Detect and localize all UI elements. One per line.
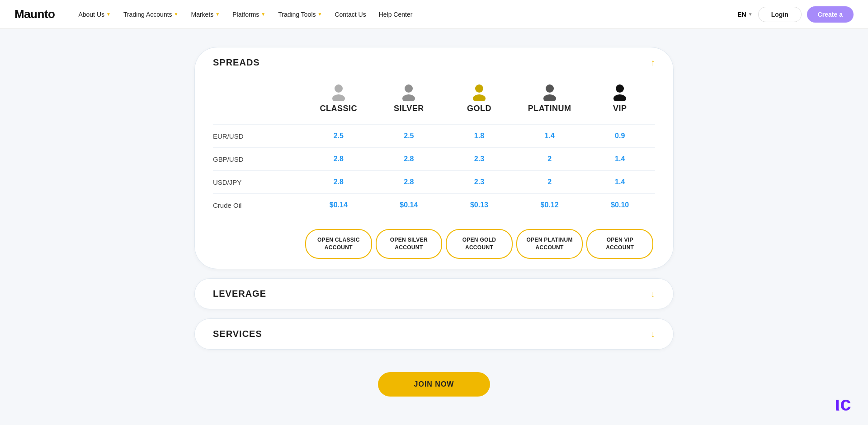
usdjpy-platinum: 2 — [514, 178, 585, 186]
open-vip-account-button[interactable]: OPEN VIPACCOUNT — [586, 229, 653, 259]
chevron-down-icon: ▼ — [261, 12, 265, 17]
open-account-buttons-row: OPEN CLASSICACCOUNT OPEN SILVERACCOUNT O… — [213, 229, 655, 259]
gbpusd-classic: 2.8 — [303, 155, 374, 163]
account-type-classic: CLASSIC — [303, 81, 374, 113]
pair-eurusd: EUR/USD — [213, 132, 303, 140]
eurusd-classic: 2.5 — [303, 132, 374, 140]
leverage-section: LEVERAGE ↓ — [194, 278, 674, 309]
gold-label: GOLD — [467, 104, 491, 113]
chevron-down-icon: ▼ — [318, 12, 322, 17]
svg-point-0 — [335, 84, 343, 93]
pair-gbpusd: GBP/USD — [213, 155, 303, 163]
services-toggle-icon[interactable]: ↓ — [651, 329, 655, 339]
usdjpy-classic: 2.8 — [303, 178, 374, 186]
crudeoil-silver: $0.14 — [374, 201, 444, 209]
open-platinum-account-button[interactable]: OPEN PLATINUMACCOUNT — [516, 229, 583, 259]
pair-crudeoil: Crude Oil — [213, 201, 303, 209]
create-account-button[interactable]: Create a — [807, 6, 854, 23]
nav-platforms[interactable]: Platforms ▼ — [227, 7, 271, 22]
join-section: JOIN NOW — [194, 372, 674, 397]
main-content: SPREADS ↑ CLASSIC — [185, 29, 683, 424]
open-gold-account-button[interactable]: OPEN GOLDACCOUNT — [446, 229, 513, 259]
account-type-silver: SILVER — [374, 81, 444, 113]
eurusd-vip: 0.9 — [585, 132, 655, 140]
vip-label: VIP — [613, 104, 627, 113]
crudeoil-vip: $0.10 — [585, 201, 655, 209]
open-silver-account-button[interactable]: OPEN SILVERACCOUNT — [376, 229, 443, 259]
navbar-right: EN ▼ Login Create a — [737, 6, 854, 23]
spreads-table: CLASSIC SILVER — [213, 81, 655, 259]
nav-markets[interactable]: Markets ▼ — [185, 7, 225, 22]
account-type-platinum: PLATINUM — [514, 81, 585, 113]
nav-contact-us[interactable]: Contact Us — [329, 7, 371, 22]
platinum-label: PLATINUM — [528, 104, 571, 113]
gbpusd-platinum: 2 — [514, 155, 585, 163]
gbpusd-gold: 2.3 — [444, 155, 514, 163]
eurusd-gold: 1.8 — [444, 132, 514, 140]
brand-logo[interactable]: Maunto — [14, 7, 55, 21]
usdjpy-gold: 2.3 — [444, 178, 514, 186]
vip-icon — [610, 81, 630, 101]
svg-point-9 — [613, 94, 626, 101]
silver-label: SILVER — [394, 104, 424, 113]
chevron-down-icon: ▼ — [174, 12, 179, 17]
gbpusd-vip: 1.4 — [585, 155, 655, 163]
svg-point-4 — [475, 84, 483, 93]
svg-point-6 — [546, 84, 554, 93]
bottom-right-logo: ιc — [834, 391, 857, 414]
eurusd-platinum: 1.4 — [514, 132, 585, 140]
svg-point-5 — [473, 94, 486, 101]
spreads-toggle-icon[interactable]: ↑ — [651, 57, 655, 68]
svg-point-7 — [543, 94, 556, 101]
svg-text:ιc: ιc — [835, 392, 851, 414]
classic-label: CLASSIC — [320, 104, 358, 113]
nav-menu: About Us ▼ Trading Accounts ▼ Markets ▼ … — [73, 7, 737, 22]
nav-about-us[interactable]: About Us ▼ — [73, 7, 116, 22]
table-row: GBP/USD 2.8 2.8 2.3 2 1.4 — [213, 147, 655, 170]
join-now-button[interactable]: JOIN NOW — [378, 372, 491, 397]
svg-point-3 — [402, 94, 415, 101]
account-types-row: CLASSIC SILVER — [213, 81, 655, 113]
account-type-vip: VIP — [585, 81, 655, 113]
crudeoil-gold: $0.13 — [444, 201, 514, 209]
svg-point-2 — [405, 84, 413, 93]
chevron-down-icon: ▼ — [748, 12, 753, 17]
usdjpy-silver: 2.8 — [374, 178, 444, 186]
leverage-header: LEVERAGE ↓ — [213, 289, 655, 299]
eurusd-silver: 2.5 — [374, 132, 444, 140]
chevron-down-icon: ▼ — [215, 12, 220, 17]
svg-point-1 — [332, 94, 345, 101]
spreads-section: SPREADS ↑ CLASSIC — [194, 47, 674, 269]
usdjpy-vip: 1.4 — [585, 178, 655, 186]
gbpusd-silver: 2.8 — [374, 155, 444, 163]
crudeoil-classic: $0.14 — [303, 201, 374, 209]
spreads-header: SPREADS ↑ — [213, 57, 655, 68]
services-section: SERVICES ↓ — [194, 318, 674, 350]
crudeoil-platinum: $0.12 — [514, 201, 585, 209]
nav-trading-accounts[interactable]: Trading Accounts ▼ — [118, 7, 184, 22]
nav-help-center[interactable]: Help Center — [373, 7, 418, 22]
account-type-gold: GOLD — [444, 81, 514, 113]
spreads-title: SPREADS — [213, 57, 260, 68]
platinum-icon — [540, 81, 560, 101]
gold-icon — [469, 81, 489, 101]
services-header: SERVICES ↓ — [213, 329, 655, 339]
table-row: Crude Oil $0.14 $0.14 $0.13 $0.12 $0.10 — [213, 193, 655, 216]
chevron-down-icon: ▼ — [106, 12, 111, 17]
leverage-title: LEVERAGE — [213, 289, 266, 299]
silver-icon — [399, 81, 419, 101]
table-row: USD/JPY 2.8 2.8 2.3 2 1.4 — [213, 170, 655, 193]
open-classic-account-button[interactable]: OPEN CLASSICACCOUNT — [305, 229, 372, 259]
pair-usdjpy: USD/JPY — [213, 178, 303, 186]
language-selector[interactable]: EN ▼ — [737, 11, 752, 18]
table-row: EUR/USD 2.5 2.5 1.8 1.4 0.9 — [213, 124, 655, 147]
services-title: SERVICES — [213, 329, 262, 339]
classic-icon — [329, 81, 349, 101]
navbar: Maunto About Us ▼ Trading Accounts ▼ Mar… — [0, 0, 868, 29]
leverage-toggle-icon[interactable]: ↓ — [651, 289, 655, 299]
nav-trading-tools[interactable]: Trading Tools ▼ — [273, 7, 327, 22]
svg-point-8 — [616, 84, 624, 93]
login-button[interactable]: Login — [758, 7, 802, 22]
